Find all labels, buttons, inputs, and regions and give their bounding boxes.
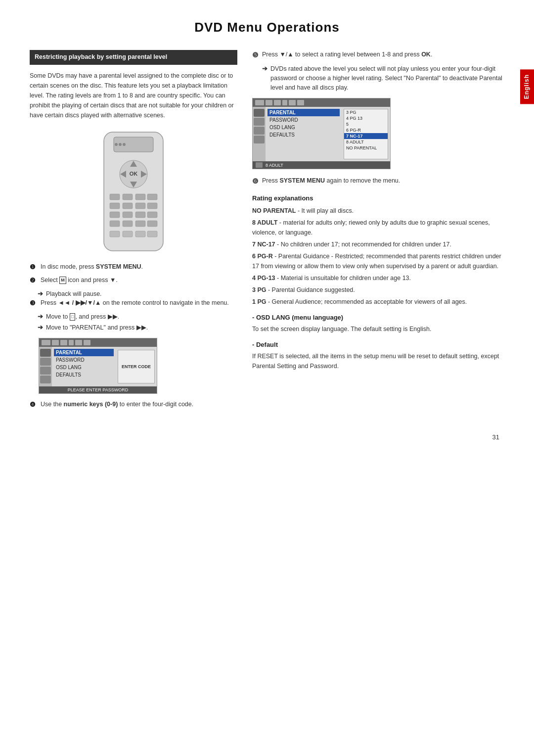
- page-number: 31: [30, 433, 504, 441]
- rating-8-adult: 8 ADULT - material for adults only; riew…: [252, 218, 504, 237]
- step-2: ❷ Select M icon and press ▼.: [30, 276, 237, 285]
- svg-rect-23: [110, 221, 120, 227]
- svg-point-4: [123, 143, 126, 146]
- step-3-arrow-1: ➔ Move to □, and press ▶▶.: [38, 312, 237, 322]
- svg-rect-28: [123, 231, 133, 237]
- svg-rect-22: [147, 212, 157, 218]
- left-column: Restricting playback by setting parental…: [30, 50, 237, 414]
- svg-rect-21: [135, 212, 145, 218]
- svg-text:OK: OK: [130, 171, 138, 177]
- arrow-icon: ➔: [38, 289, 43, 299]
- step-4: ❹ Use the numeric keys (0-9) to enter th…: [30, 400, 237, 410]
- step-6-content: Press SYSTEM MENU again to remove the me…: [262, 176, 400, 186]
- svg-rect-30: [147, 231, 157, 237]
- step-1-content: In disc mode, press SYSTEM MENU.: [41, 262, 237, 272]
- svg-rect-18: [147, 203, 157, 209]
- intro-text: Some DVDs may have a parental level assi…: [30, 71, 237, 120]
- section-header: Restricting playback by setting parental…: [30, 50, 237, 65]
- rating-4-pg13: 4 PG-13 - Material is unsuitable for chi…: [252, 273, 504, 283]
- page-title: DVD Menu Operations: [30, 20, 504, 35]
- rating-header: Rating explanations: [252, 194, 504, 202]
- svg-point-2: [115, 143, 118, 146]
- rating-no-parental: NO PARENTAL - It will play all discs.: [252, 206, 504, 216]
- rating-1-pg: 1 PG - General Audience; recommended as …: [252, 297, 504, 307]
- svg-rect-15: [110, 203, 120, 209]
- arrow-icon-2: ➔: [38, 312, 43, 322]
- step-3-num: ❸: [30, 298, 39, 308]
- step-5-arrow-text: DVDs rated above the level you select wi…: [270, 64, 504, 92]
- step-3-arrow-2: ➔ Move to "PARENTAL" and press ▶▶.: [38, 323, 237, 332]
- step-4-content: Use the numeric keys (0-9) to enter the …: [41, 400, 237, 409]
- svg-rect-27: [110, 231, 120, 237]
- svg-rect-19: [110, 212, 120, 218]
- arrow-icon-3: ➔: [38, 323, 43, 332]
- step-3-arrow-1-text: Move to □, and press ▶▶.: [46, 312, 119, 322]
- svg-rect-17: [135, 203, 145, 209]
- svg-rect-29: [135, 231, 145, 237]
- step-3: ❸ Press ◄◄ / ▶▶/▼/▲ on the remote contro…: [30, 298, 237, 308]
- default-header: - Default: [252, 341, 504, 348]
- step-3-content: Press ◄◄ / ▶▶/▼/▲ on the remote control …: [41, 298, 237, 308]
- screen-mockup-1: PARENTAL PASSWORD OSD LANG DEFAULTS ENTE…: [39, 338, 237, 394]
- svg-rect-24: [123, 221, 133, 227]
- right-column: ❺ Press ▼/▲ to select a rating level bet…: [252, 50, 504, 414]
- svg-point-3: [119, 143, 122, 146]
- default-text: If RESET is selected, all the items in t…: [252, 351, 504, 371]
- step-5: ❺ Press ▼/▲ to select a rating level bet…: [252, 50, 504, 60]
- svg-rect-16: [123, 203, 133, 209]
- svg-rect-14: [147, 194, 157, 200]
- svg-rect-25: [135, 221, 145, 227]
- rating-7-nc17: 7 NC-17 - No children under 17; not reco…: [252, 239, 504, 249]
- m-icon: M: [59, 277, 66, 284]
- step-1-num: ❶: [30, 262, 39, 272]
- step-3-arrow-2-text: Move to "PARENTAL" and press ▶▶.: [46, 323, 148, 332]
- step-2-num: ❷: [30, 276, 39, 285]
- svg-rect-13: [135, 194, 145, 200]
- osd-lang-text: To set the screen display language. The …: [252, 324, 504, 334]
- svg-rect-26: [147, 221, 157, 227]
- step-4-num: ❹: [30, 400, 39, 410]
- step-5-num: ❺: [252, 50, 262, 60]
- svg-rect-20: [123, 212, 133, 218]
- svg-rect-12: [123, 194, 133, 200]
- step-5-arrow: ➔ DVDs rated above the level you select …: [262, 64, 504, 92]
- step-2-content: Select M icon and press ▼.: [41, 276, 237, 285]
- rating-3-pg: 3 PG - Parental Guidance suggested.: [252, 285, 504, 295]
- arrow-icon-4: ➔: [262, 64, 267, 74]
- remote-control-image: OK: [89, 127, 178, 257]
- rating-6-pgr: 6 PG-R - Parental Guidance - Restricted;…: [252, 251, 504, 271]
- step-5-content: Press ▼/▲ to select a rating level betwe…: [262, 50, 432, 59]
- step-6: ❻ Press SYSTEM MENU again to remove the …: [252, 176, 504, 187]
- folder-icon: □: [70, 313, 75, 321]
- rating-section: Rating explanations NO PARENTAL - It wil…: [252, 194, 504, 371]
- osd-lang-header: - OSD LANG (menu language): [252, 314, 504, 321]
- step-2-arrow-text: Playback will pause.: [46, 289, 102, 299]
- svg-rect-11: [110, 194, 120, 200]
- step-1: ❶ In disc mode, press SYSTEM MENU.: [30, 262, 237, 272]
- step-6-num: ❻: [252, 176, 262, 187]
- screen-mockup-2: PARENTAL PASSWORD OSD LANG DEFAULTS 3 PG…: [252, 98, 504, 169]
- step-2-arrow: ➔ Playback will pause.: [38, 289, 237, 299]
- language-tab: English: [520, 69, 534, 104]
